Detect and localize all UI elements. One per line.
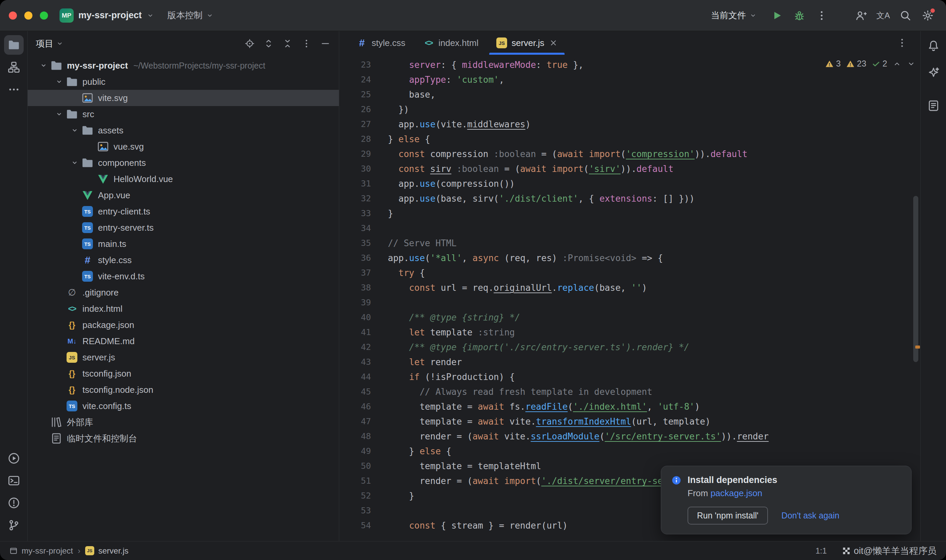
tree-item-my-ssr-project[interactable]: my-ssr-project ~/WebstormProjects/my-ssr…	[28, 57, 339, 74]
line-number[interactable]: 42	[339, 340, 371, 355]
line-number[interactable]: 54	[339, 518, 371, 533]
line-number[interactable]: 28	[339, 132, 371, 146]
project-tool-button[interactable]	[4, 35, 24, 55]
line-number[interactable]: 51	[339, 474, 371, 488]
line-number[interactable]: 35	[339, 236, 371, 251]
prev-problem-button[interactable]	[893, 60, 901, 68]
warning-count[interactable]: 3	[825, 59, 841, 69]
code-line-25[interactable]: 25 base,	[339, 87, 920, 102]
vcs-widget[interactable]: 版本控制	[168, 9, 214, 21]
run-configuration-selector[interactable]: 当前文件	[711, 9, 757, 21]
line-number[interactable]: 39	[339, 295, 371, 310]
code-editor[interactable]: 23 server: { middlewareMode: true }, 24 …	[339, 55, 920, 541]
tree-item-HelloWorld.vue[interactable]: HelloWorld.vue	[28, 171, 339, 187]
problems-tool-button[interactable]	[4, 493, 24, 513]
line-number[interactable]: 53	[339, 503, 371, 518]
tab-index.html[interactable]: <> index.html	[414, 31, 487, 55]
line-number[interactable]: 34	[339, 221, 371, 236]
tree-item-public[interactable]: public	[28, 74, 339, 90]
tree-item-tsconfig.node.json[interactable]: {} tsconfig.node.json	[28, 382, 339, 398]
code-line-47[interactable]: 47 template = await vite.transformIndexH…	[339, 414, 920, 429]
collapse-all-button[interactable]	[282, 38, 293, 49]
tree-item-assets[interactable]: assets	[28, 122, 339, 138]
line-number[interactable]: 45	[339, 385, 371, 399]
tree-item-vite-env.d.ts[interactable]: TS vite-env.d.ts	[28, 268, 339, 285]
inspections-widget[interactable]: 3 23 2	[825, 59, 915, 69]
terminal-tool-button[interactable]	[4, 471, 24, 491]
dont-ask-again-button[interactable]: Don't ask again	[781, 511, 840, 520]
line-number[interactable]: 26	[339, 102, 371, 117]
code-line-36[interactable]: 36 app.use('*all', async (req, res) :Pro…	[339, 251, 920, 266]
line-number[interactable]: 41	[339, 325, 371, 340]
translate-button[interactable]: 文A	[874, 6, 893, 25]
tree-item-server.js[interactable]: JS server.js	[28, 349, 339, 365]
caret-position[interactable]: 1:1	[816, 546, 827, 555]
code-line-39[interactable]: 39	[339, 295, 920, 310]
chevron-expanded-icon[interactable]	[68, 126, 81, 135]
minimize-window-button[interactable]	[24, 11, 32, 20]
editor-scrollbar[interactable]	[913, 196, 918, 362]
panel-options-button[interactable]	[301, 38, 312, 49]
code-line-34[interactable]: 34	[339, 221, 920, 236]
tree-item-entry-server.ts[interactable]: TS entry-server.ts	[28, 220, 339, 236]
line-number[interactable]: 29	[339, 146, 371, 162]
code-line-48[interactable]: 48 render = (await vite.ssrLoadModule('/…	[339, 429, 920, 444]
zoom-window-button[interactable]	[40, 11, 48, 20]
code-line-29[interactable]: 29 const compression :boolean = (await i…	[339, 146, 920, 162]
code-line-30[interactable]: 30 const sirv :boolean = (await import('…	[339, 162, 920, 176]
tree-item-index.html[interactable]: <> index.html	[28, 301, 339, 317]
run-tool-button[interactable]	[4, 449, 24, 468]
code-line-38[interactable]: 38 const url = req.originalUrl.replace(b…	[339, 280, 920, 295]
code-line-43[interactable]: 43 let render	[339, 355, 920, 369]
line-number[interactable]: 50	[339, 458, 371, 474]
line-number[interactable]: 49	[339, 444, 371, 458]
line-number[interactable]: 24	[339, 72, 371, 87]
debug-button[interactable]	[790, 6, 809, 25]
line-number[interactable]: 33	[339, 206, 371, 221]
tree-item-外部库[interactable]: 外部库	[28, 414, 339, 430]
line-number[interactable]: 32	[339, 191, 371, 206]
chevron-expanded-icon[interactable]	[53, 110, 66, 118]
line-number[interactable]: 47	[339, 414, 371, 429]
code-line-24[interactable]: 24 appType: 'custom',	[339, 72, 920, 87]
line-number[interactable]: 40	[339, 310, 371, 325]
line-number[interactable]: 31	[339, 176, 371, 191]
error-stripe-mark[interactable]	[915, 346, 920, 349]
version-control-tool-button[interactable]	[4, 515, 24, 535]
close-tab-icon[interactable]	[549, 38, 558, 47]
tree-item-style.css[interactable]: # style.css	[28, 252, 339, 268]
tree-item-package.json[interactable]: {} package.json	[28, 317, 339, 333]
code-line-40[interactable]: 40 /** @type {string} */	[339, 310, 920, 325]
line-number[interactable]: 37	[339, 266, 371, 280]
code-line-41[interactable]: 41 let template :string	[339, 325, 920, 340]
code-line-49[interactable]: 49 } else {	[339, 444, 920, 458]
expand-all-button[interactable]	[263, 38, 274, 49]
chevron-down-icon[interactable]	[56, 40, 63, 47]
ok-count[interactable]: 2	[872, 59, 887, 69]
documentation-tool-button[interactable]	[924, 96, 943, 115]
tree-item-entry-client.ts[interactable]: TS entry-client.ts	[28, 203, 339, 220]
tree-item-components[interactable]: components	[28, 155, 339, 171]
line-number[interactable]: 23	[339, 57, 371, 72]
code-line-46[interactable]: 46 template = await fs.readFile('./index…	[339, 399, 920, 414]
code-line-45[interactable]: 45 // Always read fresh template in deve…	[339, 385, 920, 399]
chevron-expanded-icon[interactable]	[53, 77, 66, 86]
code-line-42[interactable]: 42 /** @type {import('./src/entry-server…	[339, 340, 920, 355]
tree-item-main.ts[interactable]: TS main.ts	[28, 236, 339, 252]
next-problem-button[interactable]	[907, 60, 915, 68]
code-line-28[interactable]: 28 } else {	[339, 132, 920, 146]
locate-file-button[interactable]	[244, 38, 255, 49]
hide-panel-button[interactable]	[320, 38, 331, 49]
line-number[interactable]: 52	[339, 488, 371, 503]
line-number[interactable]: 27	[339, 117, 371, 132]
line-number[interactable]: 36	[339, 251, 371, 266]
chevron-expanded-icon[interactable]	[37, 61, 50, 70]
code-line-26[interactable]: 26 })	[339, 102, 920, 117]
code-line-31[interactable]: 31 app.use(compression())	[339, 176, 920, 191]
package-json-link[interactable]: package.json	[710, 488, 762, 498]
tree-item-src[interactable]: src	[28, 106, 339, 122]
search-everywhere-button[interactable]	[896, 6, 915, 25]
run-npm-install-button[interactable]: Run 'npm install'	[687, 507, 768, 525]
close-window-button[interactable]	[9, 11, 17, 20]
code-line-44[interactable]: 44 if (!isProduction) {	[339, 369, 920, 385]
